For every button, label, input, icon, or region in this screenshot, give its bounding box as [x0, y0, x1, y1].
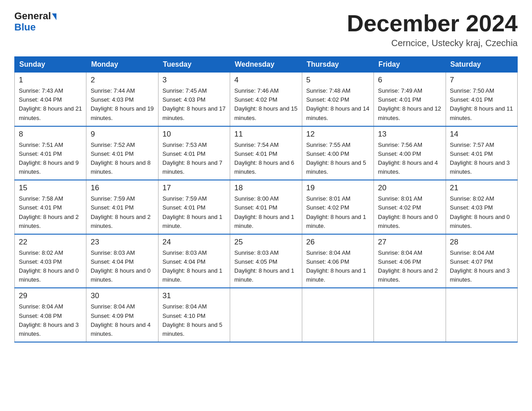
day-info: Sunrise: 7:57 AM Sunset: 4:01 PM Dayligh…: [450, 141, 513, 177]
day-info: Sunrise: 7:51 AM Sunset: 4:01 PM Dayligh…: [19, 141, 82, 177]
day-cell: 13 Sunrise: 7:56 AM Sunset: 4:00 PM Dayl…: [374, 126, 446, 180]
week-row-2: 8 Sunrise: 7:51 AM Sunset: 4:01 PM Dayli…: [15, 126, 518, 180]
day-cell: 23 Sunrise: 8:03 AM Sunset: 4:04 PM Dayl…: [86, 234, 158, 288]
day-number: 17: [163, 184, 226, 193]
day-cell: 20 Sunrise: 8:01 AM Sunset: 4:02 PM Dayl…: [374, 180, 446, 234]
day-cell: 28 Sunrise: 8:04 AM Sunset: 4:07 PM Dayl…: [446, 234, 517, 288]
day-cell: 7 Sunrise: 7:50 AM Sunset: 4:01 PM Dayli…: [446, 73, 517, 126]
day-cell: 22 Sunrise: 8:02 AM Sunset: 4:03 PM Dayl…: [15, 234, 86, 288]
day-info: Sunrise: 7:45 AM Sunset: 4:03 PM Dayligh…: [163, 86, 226, 123]
day-number: 30: [90, 291, 154, 300]
day-cell: 24 Sunrise: 8:03 AM Sunset: 4:04 PM Dayl…: [158, 234, 230, 288]
logo-bottom: Blue: [14, 21, 36, 33]
day-cell: 10 Sunrise: 7:53 AM Sunset: 4:01 PM Dayl…: [158, 126, 230, 180]
col-friday: Friday: [374, 57, 446, 73]
day-number: 11: [234, 130, 297, 139]
day-info: Sunrise: 8:04 AM Sunset: 4:07 PM Dayligh…: [450, 248, 513, 285]
col-wednesday: Wednesday: [230, 57, 302, 73]
week-row-3: 15 Sunrise: 7:58 AM Sunset: 4:01 PM Dayl…: [15, 180, 518, 234]
day-number: 9: [90, 130, 154, 139]
day-info: Sunrise: 8:03 AM Sunset: 4:04 PM Dayligh…: [90, 248, 154, 285]
day-number: 21: [450, 184, 513, 193]
day-cell: 11 Sunrise: 7:54 AM Sunset: 4:01 PM Dayl…: [230, 126, 302, 180]
day-number: 23: [90, 238, 154, 247]
day-info: Sunrise: 8:04 AM Sunset: 4:06 PM Dayligh…: [378, 248, 441, 285]
calendar-title: December 2024: [347, 11, 518, 36]
day-cell: 5 Sunrise: 7:48 AM Sunset: 4:02 PM Dayli…: [302, 73, 373, 126]
day-info: Sunrise: 7:53 AM Sunset: 4:01 PM Dayligh…: [163, 141, 226, 177]
week-row-1: 1 Sunrise: 7:43 AM Sunset: 4:04 PM Dayli…: [15, 73, 518, 126]
day-info: Sunrise: 7:50 AM Sunset: 4:01 PM Dayligh…: [450, 86, 513, 123]
day-number: 28: [450, 238, 513, 247]
day-info: Sunrise: 7:46 AM Sunset: 4:02 PM Dayligh…: [234, 86, 297, 123]
day-cell: 12 Sunrise: 7:55 AM Sunset: 4:00 PM Dayl…: [302, 126, 373, 180]
day-number: 20: [378, 184, 441, 193]
logo-top: General: [14, 11, 56, 21]
col-tuesday: Tuesday: [158, 57, 230, 73]
day-cell: 16 Sunrise: 7:59 AM Sunset: 4:01 PM Dayl…: [86, 180, 158, 234]
day-cell: 19 Sunrise: 8:01 AM Sunset: 4:02 PM Dayl…: [302, 180, 373, 234]
day-info: Sunrise: 7:43 AM Sunset: 4:04 PM Dayligh…: [19, 86, 82, 123]
day-number: 3: [163, 76, 226, 85]
col-sunday: Sunday: [15, 57, 86, 73]
day-number: 12: [306, 130, 369, 139]
day-number: 31: [163, 291, 226, 300]
day-info: Sunrise: 7:44 AM Sunset: 4:03 PM Dayligh…: [90, 86, 154, 123]
day-cell: 8 Sunrise: 7:51 AM Sunset: 4:01 PM Dayli…: [15, 126, 86, 180]
day-info: Sunrise: 8:03 AM Sunset: 4:05 PM Dayligh…: [234, 248, 297, 285]
calendar-table: Sunday Monday Tuesday Wednesday Thursday…: [14, 56, 518, 342]
day-info: Sunrise: 7:55 AM Sunset: 4:00 PM Dayligh…: [306, 141, 369, 177]
day-number: 1: [19, 76, 82, 85]
day-cell: 6 Sunrise: 7:49 AM Sunset: 4:01 PM Dayli…: [374, 73, 446, 126]
day-number: 25: [234, 238, 297, 247]
day-info: Sunrise: 7:59 AM Sunset: 4:01 PM Dayligh…: [163, 194, 226, 231]
day-cell: [374, 288, 446, 342]
col-thursday: Thursday: [302, 57, 373, 73]
day-cell: [446, 288, 517, 342]
day-number: 16: [90, 184, 154, 193]
day-cell: 30 Sunrise: 8:04 AM Sunset: 4:09 PM Dayl…: [86, 288, 158, 342]
day-info: Sunrise: 8:01 AM Sunset: 4:02 PM Dayligh…: [306, 194, 369, 231]
logo-blue: Blue: [14, 21, 36, 33]
day-cell: 31 Sunrise: 8:04 AM Sunset: 4:10 PM Dayl…: [158, 288, 230, 342]
day-info: Sunrise: 8:04 AM Sunset: 4:09 PM Dayligh…: [90, 302, 154, 338]
day-number: 29: [19, 291, 82, 300]
day-cell: 2 Sunrise: 7:44 AM Sunset: 4:03 PM Dayli…: [86, 73, 158, 126]
day-number: 2: [90, 76, 154, 85]
title-area: December 2024 Cerncice, Ustecky kraj, Cz…: [347, 11, 518, 48]
day-cell: [230, 288, 302, 342]
col-saturday: Saturday: [446, 57, 517, 73]
col-monday: Monday: [86, 57, 158, 73]
day-number: 5: [306, 76, 369, 85]
calendar-subtitle: Cerncice, Ustecky kraj, Czechia: [347, 38, 518, 48]
day-number: 6: [378, 76, 441, 85]
day-cell: 4 Sunrise: 7:46 AM Sunset: 4:02 PM Dayli…: [230, 73, 302, 126]
day-info: Sunrise: 8:04 AM Sunset: 4:06 PM Dayligh…: [306, 248, 369, 285]
day-number: 22: [19, 238, 82, 247]
day-info: Sunrise: 7:59 AM Sunset: 4:01 PM Dayligh…: [90, 194, 154, 231]
day-cell: 1 Sunrise: 7:43 AM Sunset: 4:04 PM Dayli…: [15, 73, 86, 126]
day-cell: 25 Sunrise: 8:03 AM Sunset: 4:05 PM Dayl…: [230, 234, 302, 288]
day-number: 7: [450, 76, 513, 85]
header-row: Sunday Monday Tuesday Wednesday Thursday…: [15, 57, 518, 73]
day-cell: 15 Sunrise: 7:58 AM Sunset: 4:01 PM Dayl…: [15, 180, 86, 234]
day-info: Sunrise: 7:56 AM Sunset: 4:00 PM Dayligh…: [378, 141, 441, 177]
week-row-5: 29 Sunrise: 8:04 AM Sunset: 4:08 PM Dayl…: [15, 288, 518, 342]
day-info: Sunrise: 8:00 AM Sunset: 4:01 PM Dayligh…: [234, 194, 297, 231]
day-info: Sunrise: 8:02 AM Sunset: 4:03 PM Dayligh…: [19, 248, 82, 285]
day-info: Sunrise: 8:04 AM Sunset: 4:10 PM Dayligh…: [163, 302, 226, 338]
day-cell: 18 Sunrise: 8:00 AM Sunset: 4:01 PM Dayl…: [230, 180, 302, 234]
day-number: 15: [19, 184, 82, 193]
week-row-4: 22 Sunrise: 8:02 AM Sunset: 4:03 PM Dayl…: [15, 234, 518, 288]
header: General Blue December 2024 Cerncice, Ust…: [14, 11, 518, 48]
day-number: 10: [163, 130, 226, 139]
day-number: 27: [378, 238, 441, 247]
day-info: Sunrise: 7:48 AM Sunset: 4:02 PM Dayligh…: [306, 86, 369, 123]
day-cell: 9 Sunrise: 7:52 AM Sunset: 4:01 PM Dayli…: [86, 126, 158, 180]
day-cell: 17 Sunrise: 7:59 AM Sunset: 4:01 PM Dayl…: [158, 180, 230, 234]
day-info: Sunrise: 8:02 AM Sunset: 4:03 PM Dayligh…: [450, 194, 513, 231]
day-number: 14: [450, 130, 513, 139]
day-cell: 21 Sunrise: 8:02 AM Sunset: 4:03 PM Dayl…: [446, 180, 517, 234]
day-cell: 29 Sunrise: 8:04 AM Sunset: 4:08 PM Dayl…: [15, 288, 86, 342]
day-cell: 14 Sunrise: 7:57 AM Sunset: 4:01 PM Dayl…: [446, 126, 517, 180]
